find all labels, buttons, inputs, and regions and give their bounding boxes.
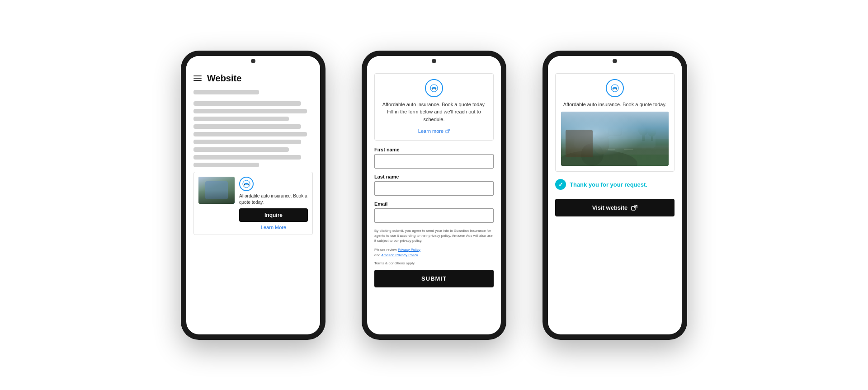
learn-more-link-phone2[interactable]: Learn more (418, 128, 450, 134)
hamburger-icon[interactable] (193, 75, 202, 81)
website-title: Website (207, 73, 241, 84)
ad-image-small (198, 177, 235, 204)
phone-3-top-bar (548, 56, 682, 69)
placeholder-bar-6 (193, 132, 307, 136)
placeholder-bar-9 (193, 155, 301, 160)
svg-rect-23 (642, 130, 645, 141)
svg-point-18 (581, 143, 604, 166)
placeholder-bar-2 (193, 101, 301, 106)
svg-point-9 (613, 88, 613, 89)
last-name-label: Last name (374, 174, 494, 179)
ad-card-phone1: Affordable auto insurance. Book a quote … (193, 172, 313, 235)
phone-1-screen: Website (186, 56, 320, 334)
submit-button[interactable]: SUBMIT (374, 270, 494, 287)
svg-point-20 (596, 129, 607, 140)
phone-1: Website (181, 51, 326, 340)
svg-point-2 (248, 184, 249, 185)
form-disclaimer: By clicking submit, you agree to send yo… (374, 228, 494, 244)
car-image-large (561, 112, 669, 166)
privacy-policy-link[interactable]: Privacy Policy (398, 248, 420, 252)
placeholder-bar-1 (193, 90, 259, 94)
website-header: Website (193, 73, 313, 84)
svg-point-19 (593, 132, 609, 155)
phone-3-content: Affordable auto insurance. Book a quote … (548, 69, 682, 334)
svg-point-10 (616, 88, 617, 89)
phone-1-content: Website (186, 69, 320, 334)
placeholder-bar-7 (193, 140, 301, 144)
form-field-lastname: Last name (374, 174, 494, 196)
svg-rect-12 (561, 139, 669, 166)
amazon-privacy-link[interactable]: Amazon Privacy Policy (381, 253, 418, 257)
phone-3: Affordable auto insurance. Book a quote … (542, 51, 687, 340)
form-brand-logo (425, 79, 443, 97)
check-circle-icon (555, 179, 566, 190)
placeholder-bar-3 (193, 109, 307, 113)
placeholder-bar-4 (193, 117, 289, 121)
visit-website-button[interactable]: Visit website (555, 199, 675, 216)
form-ad-header: Affordable auto insurance. Book a quote … (374, 73, 494, 141)
svg-rect-15 (624, 149, 633, 150)
phone-2-screen: Affordable auto insurance. Book a quote … (367, 56, 501, 334)
form-field-email: Email (374, 201, 494, 223)
inquire-button[interactable]: Inquire (239, 208, 308, 222)
last-name-input[interactable] (374, 181, 494, 196)
learn-more-link-phone1[interactable]: Learn More (239, 225, 308, 230)
placeholder-bar-8 (193, 147, 289, 152)
svg-rect-17 (574, 125, 656, 148)
phone-2: Affordable auto insurance. Book a quote … (362, 51, 506, 340)
phones-container: Website (163, 33, 705, 358)
phone-2-content: Affordable auto insurance. Book a quote … (367, 69, 501, 334)
svg-rect-22 (609, 128, 621, 135)
phone-2-top-bar (367, 56, 501, 69)
thankyou-text: Thank you for your request. (570, 181, 647, 188)
placeholder-bar-10 (193, 163, 259, 167)
terms-text: Terms & conditions apply. (374, 261, 494, 265)
svg-point-16 (561, 150, 637, 166)
form-links: Please review Privacy Policy and Amazon … (374, 247, 494, 259)
phone-3-screen: Affordable auto insurance. Book a quote … (548, 56, 682, 334)
placeholder-bar-5 (193, 124, 301, 129)
thankyou-message: Thank you for your request. (555, 179, 675, 190)
ad-brand-logo-phone1 (239, 177, 254, 191)
email-input[interactable] (374, 208, 494, 223)
email-label: Email (374, 201, 494, 207)
svg-point-5 (435, 88, 436, 89)
form-field-firstname: First name (374, 147, 494, 169)
svg-rect-14 (606, 149, 615, 150)
svg-point-24 (638, 122, 649, 136)
phone-1-top-bar (186, 56, 320, 69)
ad-text-block: Affordable auto insurance. Book a quote … (239, 177, 308, 230)
svg-point-26 (647, 126, 656, 136)
svg-rect-25 (651, 132, 653, 141)
svg-rect-11 (561, 112, 669, 139)
thankyou-brand-logo (606, 79, 624, 97)
form-ad-desc: Affordable auto insurance. Book a quote … (380, 101, 488, 123)
svg-rect-13 (561, 146, 669, 155)
svg-rect-21 (608, 127, 622, 136)
ad-description-phone1: Affordable auto insurance. Book a quote … (239, 193, 308, 206)
thankyou-ad-header: Affordable auto insurance. Book a quote … (555, 73, 675, 172)
svg-point-4 (432, 88, 433, 89)
first-name-label: First name (374, 147, 494, 152)
svg-point-1 (244, 184, 245, 185)
first-name-input[interactable] (374, 154, 494, 169)
thankyou-ad-desc: Affordable auto insurance. Book a quote … (561, 101, 669, 108)
